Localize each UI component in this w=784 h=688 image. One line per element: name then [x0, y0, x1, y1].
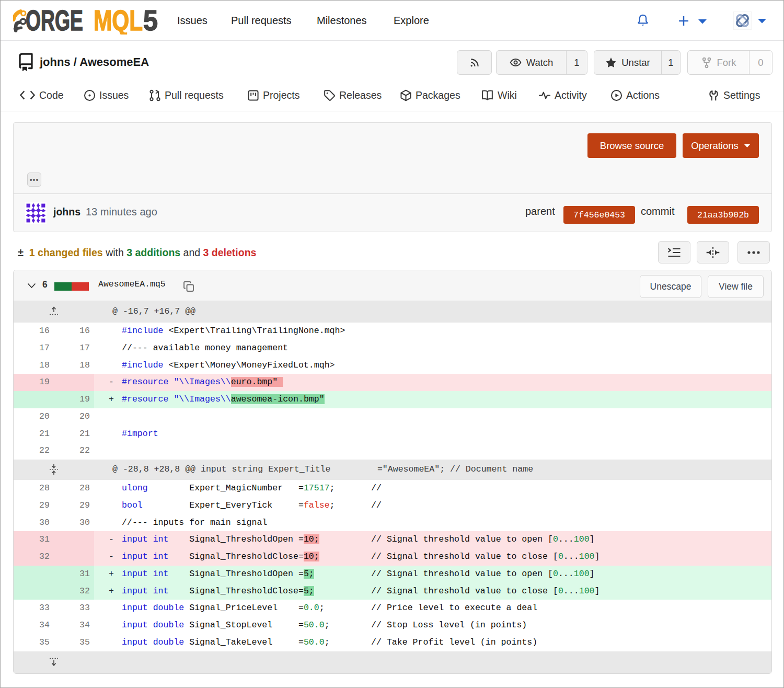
- svg-text:ORGE: ORGE: [26, 6, 83, 35]
- svg-text:MQL: MQL: [94, 6, 143, 35]
- svg-text:5: 5: [143, 6, 158, 35]
